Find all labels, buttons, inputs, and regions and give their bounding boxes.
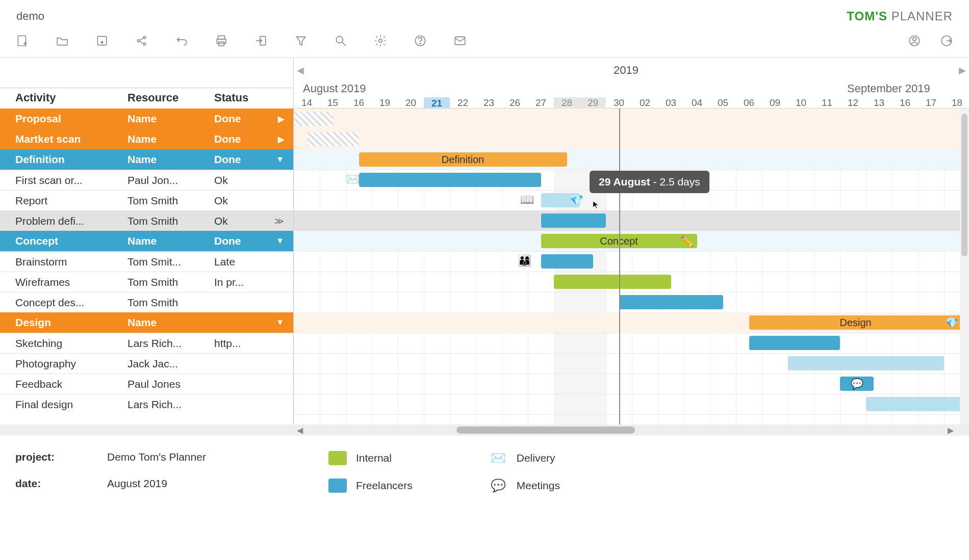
gantt-bar[interactable]: [788, 356, 944, 370]
scroll-left-icon[interactable]: ◀: [297, 425, 303, 435]
mail-icon[interactable]: [453, 34, 467, 48]
day-cell[interactable]: 27: [528, 97, 554, 109]
day-cell[interactable]: 12: [840, 97, 866, 109]
save-icon[interactable]: [95, 34, 109, 48]
group-row[interactable]: ProposalNameDone▶: [0, 109, 293, 129]
day-cell[interactable]: 16: [892, 97, 918, 109]
col-resource[interactable]: Resource: [112, 88, 199, 104]
gantt-bar[interactable]: Design💎: [749, 315, 962, 330]
task-row[interactable]: WireframesTom SmithIn pr...: [0, 272, 293, 292]
task-row[interactable]: Problem defi...Tom SmithOk≫: [0, 210, 293, 231]
col-activity[interactable]: Activity: [0, 88, 112, 104]
day-cell[interactable]: 29: [580, 97, 606, 109]
day-cell[interactable]: 09: [762, 97, 788, 109]
cell-status: Done: [199, 153, 270, 166]
filter-icon[interactable]: [294, 34, 308, 48]
task-row[interactable]: SketchingLars Rich...http...: [0, 333, 293, 353]
undo-icon[interactable]: [174, 34, 189, 48]
gantt-chart[interactable]: 29 August - 2.5 days DefinitionConcept✏️…: [294, 109, 969, 424]
gear-icon[interactable]: [373, 34, 388, 48]
day-cell[interactable]: 05: [710, 97, 736, 109]
gantt-bar[interactable]: [541, 254, 593, 269]
group-row[interactable]: ConceptNameDone▼: [0, 231, 293, 251]
new-file-icon[interactable]: [15, 34, 30, 48]
cell-resource: Name: [112, 113, 199, 125]
gantt-bar[interactable]: [619, 295, 723, 309]
day-cell[interactable]: 16: [346, 97, 372, 109]
gantt-bar[interactable]: [749, 336, 840, 350]
user-icon[interactable]: [907, 34, 922, 48]
print-icon[interactable]: [214, 34, 228, 48]
cell-resource: Name: [112, 133, 199, 145]
import-icon[interactable]: [254, 34, 268, 48]
horizontal-scrollbar[interactable]: ◀ ▶: [0, 424, 969, 436]
day-cell[interactable]: 02: [632, 97, 658, 109]
day-cell[interactable]: 26: [502, 97, 528, 109]
group-row[interactable]: Martket scanNameDone▶: [0, 129, 293, 149]
task-row[interactable]: Final designLars Rich...: [0, 394, 293, 414]
gantt-bar[interactable]: 💬: [840, 377, 874, 391]
day-cell[interactable]: 10: [788, 97, 814, 109]
day-cell[interactable]: 04: [684, 97, 710, 109]
task-row[interactable]: FeedbackPaul Jones: [0, 374, 293, 394]
gantt-bar[interactable]: [359, 173, 541, 187]
cell-status: http...: [199, 337, 270, 350]
scroll-thumb[interactable]: [456, 426, 635, 434]
timeline-prev-icon[interactable]: ◀: [297, 65, 304, 76]
day-cell[interactable]: 30: [606, 97, 632, 109]
timeline-next-icon[interactable]: ▶: [959, 65, 966, 76]
logout-icon[interactable]: [939, 34, 954, 48]
day-cell[interactable]: 03: [658, 97, 684, 109]
day-cell[interactable]: 13: [866, 97, 892, 109]
gantt-bar[interactable]: [541, 214, 606, 228]
svg-point-7: [143, 43, 145, 45]
cell-status: Late: [199, 256, 270, 268]
svg-rect-0: [18, 36, 26, 46]
caret-icon[interactable]: ▶: [278, 135, 284, 144]
group-row[interactable]: DefinitionNameDone▼: [0, 149, 293, 170]
caret-icon[interactable]: ▼: [276, 155, 284, 164]
day-cell[interactable]: 23: [476, 97, 502, 109]
gantt-bar[interactable]: [866, 397, 969, 411]
vertical-scroll-thumb[interactable]: [961, 114, 967, 256]
col-status[interactable]: Status: [199, 88, 286, 104]
day-cell[interactable]: 21: [424, 97, 450, 110]
gantt-bar[interactable]: Definition: [359, 152, 567, 167]
day-cell[interactable]: 17: [918, 97, 944, 109]
share-icon[interactable]: [135, 34, 149, 48]
day-cell[interactable]: 22: [450, 97, 476, 109]
folder-icon[interactable]: [55, 34, 69, 48]
day-cell[interactable]: 15: [320, 97, 346, 109]
gantt-bar[interactable]: [554, 275, 671, 289]
day-cell[interactable]: 19: [372, 97, 398, 109]
day-cell[interactable]: 18: [944, 97, 969, 109]
help-icon[interactable]: [413, 34, 427, 48]
group-row[interactable]: DesignName▼: [0, 312, 293, 333]
brand-toms: TOM'S: [847, 9, 887, 23]
day-cell[interactable]: 28: [554, 97, 580, 109]
cell-activity: Proposal: [0, 113, 112, 125]
task-row[interactable]: BrainstormTom Smit...Late: [0, 251, 293, 272]
task-row[interactable]: Concept des...Tom Smith: [0, 292, 293, 312]
envelope-icon: ✉️: [346, 173, 360, 186]
caret-icon[interactable]: ▶: [278, 114, 284, 124]
task-row[interactable]: ReportTom SmithOk: [0, 190, 293, 210]
search-icon[interactable]: [334, 34, 348, 48]
day-cell[interactable]: 11: [814, 97, 840, 109]
svg-rect-21: [455, 37, 465, 44]
project-meta: project: Demo Tom's Planner date: August…: [15, 451, 206, 490]
expand-arrows-icon[interactable]: ≫: [274, 216, 284, 227]
day-cell[interactable]: 06: [736, 97, 762, 109]
task-row[interactable]: PhotographyJack Jac...: [0, 353, 293, 374]
task-row[interactable]: First scan or...Paul Jon...Ok: [0, 170, 293, 190]
vertical-scrollbar[interactable]: [960, 109, 969, 424]
legend-freelancers: Freelancers: [356, 479, 413, 492]
caret-icon[interactable]: ▼: [276, 318, 284, 327]
gantt-bar[interactable]: [294, 112, 333, 126]
day-cell[interactable]: 14: [294, 97, 320, 109]
caret-icon[interactable]: ▼: [276, 236, 284, 246]
chat-icon: 💬: [851, 378, 863, 390]
scroll-right-icon[interactable]: ▶: [948, 425, 954, 435]
day-cell[interactable]: 20: [398, 97, 424, 109]
gantt-bar[interactable]: [307, 132, 359, 146]
